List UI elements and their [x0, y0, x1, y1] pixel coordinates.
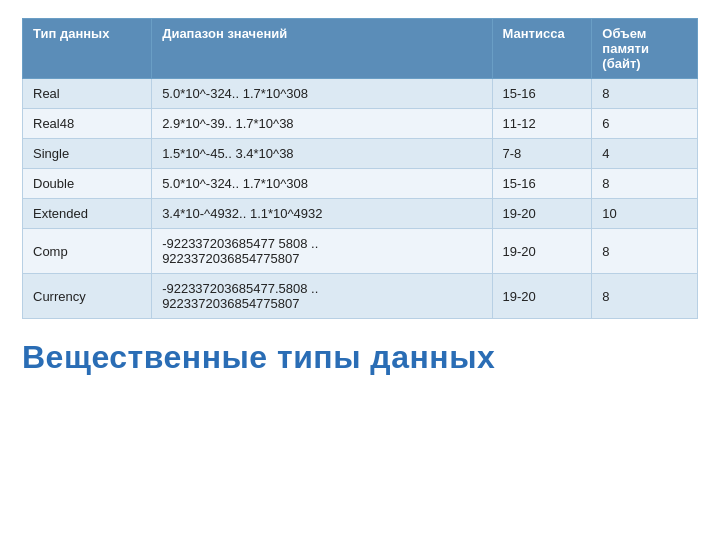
cell-type: Double: [23, 169, 152, 199]
table-row: Comp-922337203685477 5808 ..922337203685…: [23, 229, 698, 274]
header-mantissa: Мантисса: [492, 19, 592, 79]
cell-type: Comp: [23, 229, 152, 274]
cell-mantissa: 19-20: [492, 229, 592, 274]
cell-range: -922337203685477 5808 ..9223372036854775…: [152, 229, 492, 274]
table-wrapper: Тип данных Диапазон значений Мантисса Об…: [22, 18, 698, 319]
cell-mantissa: 15-16: [492, 79, 592, 109]
header-memory: Объем памяти (байт): [592, 19, 698, 79]
table-row: Extended3.4*10-^4932.. 1.1*10^493219-201…: [23, 199, 698, 229]
cell-range: 1.5*10^-45.. 3.4*10^38: [152, 139, 492, 169]
cell-range: 5.0*10^-324.. 1.7*10^308: [152, 169, 492, 199]
table-header-row: Тип данных Диапазон значений Мантисса Об…: [23, 19, 698, 79]
cell-memory: 8: [592, 169, 698, 199]
cell-mantissa: 19-20: [492, 199, 592, 229]
page: Тип данных Диапазон значений Мантисса Об…: [0, 0, 720, 540]
header-range: Диапазон значений: [152, 19, 492, 79]
cell-memory: 8: [592, 79, 698, 109]
cell-type: Real: [23, 79, 152, 109]
cell-range: 3.4*10-^4932.. 1.1*10^4932: [152, 199, 492, 229]
cell-mantissa: 7-8: [492, 139, 592, 169]
table-row: Single1.5*10^-45.. 3.4*10^387-84: [23, 139, 698, 169]
cell-type: Real48: [23, 109, 152, 139]
cell-range: 5.0*10^-324.. 1.7*10^308: [152, 79, 492, 109]
cell-type: Currency: [23, 274, 152, 319]
table-row: Double5.0*10^-324.. 1.7*10^30815-168: [23, 169, 698, 199]
cell-memory: 6: [592, 109, 698, 139]
cell-type: Single: [23, 139, 152, 169]
cell-memory: 4: [592, 139, 698, 169]
cell-range: 2.9*10^-39.. 1.7*10^38: [152, 109, 492, 139]
data-types-table: Тип данных Диапазон значений Мантисса Об…: [22, 18, 698, 319]
cell-memory: 8: [592, 274, 698, 319]
table-row: Real5.0*10^-324.. 1.7*10^30815-168: [23, 79, 698, 109]
header-type: Тип данных: [23, 19, 152, 79]
footer-title: Вещественные типы данных: [22, 339, 698, 376]
table-row: Real482.9*10^-39.. 1.7*10^3811-126: [23, 109, 698, 139]
cell-mantissa: 19-20: [492, 274, 592, 319]
cell-type: Extended: [23, 199, 152, 229]
cell-mantissa: 15-16: [492, 169, 592, 199]
cell-memory: 10: [592, 199, 698, 229]
cell-memory: 8: [592, 229, 698, 274]
table-row: Currency-922337203685477.5808 ..92233720…: [23, 274, 698, 319]
cell-range: -922337203685477.5808 ..9223372036854775…: [152, 274, 492, 319]
cell-mantissa: 11-12: [492, 109, 592, 139]
